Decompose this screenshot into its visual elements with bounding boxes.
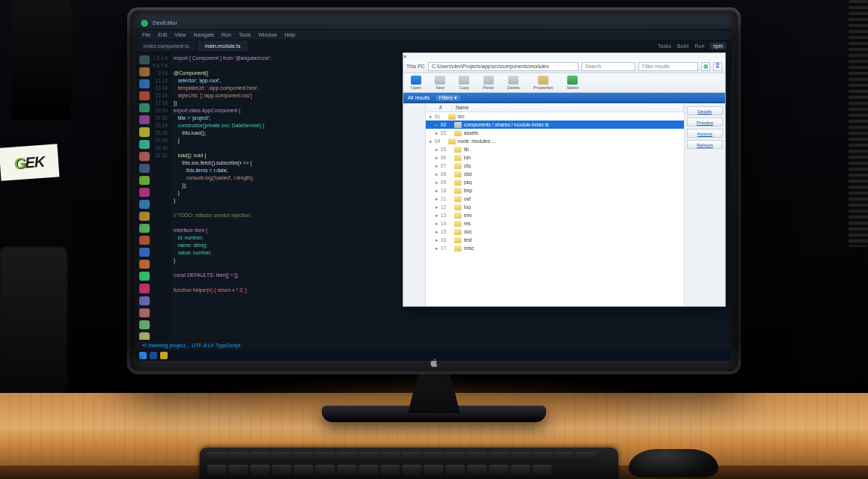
list-item[interactable]: ▸14res [426,219,684,228]
breadcrumb[interactable]: This PC [406,64,425,69]
activity-icon[interactable] [139,236,150,245]
list-item[interactable]: ▸03assets [426,129,684,137]
ribbon-properties-button[interactable]: Properties [531,76,556,90]
list-item[interactable]: ▸17misc [426,244,684,252]
search-input[interactable]: Search [581,62,635,71]
ide-titlebar[interactable]: DevEditor [136,16,732,30]
list-item[interactable]: ▸12log [426,203,684,211]
list-item[interactable]: ▸01src [426,112,684,120]
ribbon-new-button[interactable]: New [432,76,448,90]
activity-icon[interactable] [139,296,150,305]
activity-icon[interactable] [139,55,150,64]
activity-icon[interactable] [139,260,150,269]
explorer-columns[interactable]: # Name [426,103,684,112]
activity-icon[interactable] [139,176,150,185]
tab-badge[interactable]: npm [710,43,726,49]
expand-chevron-icon[interactable]: ▸ [433,122,441,128]
col-number[interactable]: # [436,105,453,110]
activity-icon[interactable] [139,140,150,149]
expand-chevron-icon[interactable]: ▸ [433,171,441,177]
tab-chip[interactable]: Tasks [658,43,671,49]
menu-tools[interactable]: Tools [239,32,251,37]
window-close-icon[interactable]: × [403,53,725,60]
list-item[interactable]: ▸04node_modules … [426,137,684,145]
list-item[interactable]: ▸10tmp [426,186,684,195]
activity-icon[interactable] [139,272,150,281]
ide-statusbar[interactable]: ⟲ Indexing project… UTF-8 LF TypeScript [136,340,732,350]
activity-icon[interactable] [139,320,150,329]
list-item[interactable]: ▸13env [426,211,684,219]
activity-icon[interactable] [139,188,150,197]
menu-run[interactable]: Run [221,32,231,37]
activity-icon[interactable] [139,67,150,76]
list-item[interactable]: ▸11out [426,195,684,203]
ribbon-copy-button[interactable]: Copy [456,76,472,90]
expand-chevron-icon[interactable]: ▸ [433,163,441,169]
expand-chevron-icon[interactable]: ▸ [433,180,441,186]
expand-chevron-icon[interactable]: ▸ [433,237,441,243]
menu-edit[interactable]: Edit [158,32,167,37]
activity-icon[interactable] [139,224,150,233]
expand-chevron-icon[interactable]: ▸ [433,188,441,194]
expand-chevron-icon[interactable]: ▸ [433,130,441,136]
ribbon-paste-button[interactable]: Paste [480,76,497,90]
editor-tab[interactable]: index.component.ts [136,40,198,52]
list-item[interactable]: ▸08dist [426,170,684,178]
expand-chevron-icon[interactable]: ▸ [433,204,441,210]
activity-icon[interactable] [139,103,150,112]
ribbon-open-button[interactable]: Open [408,76,424,90]
view-list-icon[interactable]: ≣ [713,62,722,71]
editor-tab-active[interactable]: main.module.ts [198,40,248,52]
menu-window[interactable]: Window [258,32,277,37]
activity-icon[interactable] [139,127,150,136]
col-name[interactable]: Name [453,105,684,110]
expand-chevron-icon[interactable]: ▸ [427,114,435,120]
view-grid-icon[interactable]: ▦ [701,62,710,71]
activity-icon[interactable] [139,91,150,100]
activity-icon[interactable] [139,79,150,88]
activity-icon[interactable] [139,200,150,209]
explorer-list[interactable]: # Name ▸01src▸02components / shared / mo… [426,103,684,306]
activity-icon[interactable] [139,152,150,161]
expand-chevron-icon[interactable]: ▸ [433,155,441,161]
menu-view[interactable]: View [174,32,186,37]
list-item[interactable]: ▸06bin [426,153,684,162]
side-actions-button[interactable]: Actions [687,129,723,138]
expand-chevron-icon[interactable]: ▸ [427,138,435,144]
menu-navigate[interactable]: Navigate [193,32,214,37]
list-item[interactable]: ▸02components / shared / module-index.ts [426,120,684,129]
side-refresh-button[interactable]: Refresh [687,140,723,149]
expand-chevron-icon[interactable]: ▸ [433,213,441,219]
activity-icon[interactable] [139,212,150,221]
side-details-button[interactable]: Details [687,106,723,115]
list-item[interactable]: ▸09pkg [426,178,684,186]
filter-dropdown[interactable]: Filters ▾ [435,95,459,101]
ribbon-delete-button[interactable]: Delete [504,76,523,90]
expand-chevron-icon[interactable]: ▸ [433,196,441,202]
tab-chip[interactable]: Build [677,43,689,49]
taskbar-icon[interactable] [150,352,157,359]
activity-icon[interactable] [139,115,150,124]
menu-file[interactable]: File [142,32,150,37]
expand-chevron-icon[interactable]: ▸ [433,221,441,227]
expand-chevron-icon[interactable]: ▸ [433,245,441,251]
side-preview-button[interactable]: Preview [687,118,723,126]
ribbon-select-button[interactable]: Select [563,76,581,90]
activity-icon[interactable] [139,248,150,257]
explorer-window[interactable]: × This PC C:\Users\dev\Projects\app\src\… [403,52,726,307]
activity-icon[interactable] [139,284,150,293]
filter-input[interactable]: Filter results [638,62,698,71]
address-input[interactable]: C:\Users\dev\Projects\app\src\components… [428,62,578,71]
list-item[interactable]: ▸15doc [426,228,684,236]
tab-chip[interactable]: Run [695,43,705,49]
menu-help[interactable]: Help [284,32,295,37]
activity-icon[interactable] [139,308,150,317]
taskbar-icon[interactable] [160,352,168,359]
list-item[interactable]: ▸07cfg [426,162,684,170]
activity-icon[interactable] [139,164,150,173]
expand-chevron-icon[interactable]: ▸ [433,147,441,153]
start-button-icon[interactable] [139,352,147,359]
list-item[interactable]: ▸05lib [426,145,684,153]
expand-chevron-icon[interactable]: ▸ [433,229,441,235]
list-item[interactable]: ▸16test [426,236,684,244]
